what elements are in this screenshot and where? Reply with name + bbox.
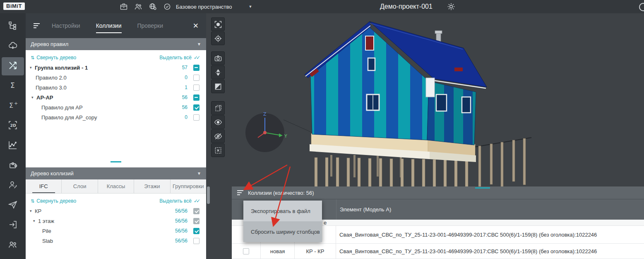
storage-box-icon[interactable]: [119, 2, 128, 11]
expander-icon[interactable]: ▾: [30, 209, 35, 213]
sidebar-item-models[interactable]: [2, 37, 24, 56]
checkbox[interactable]: [193, 228, 199, 234]
panel-resize-handle[interactable]: [111, 161, 121, 162]
screenshot-button[interactable]: [211, 51, 225, 65]
sidebar-item-model-tree[interactable]: [2, 17, 24, 36]
tab-ifc[interactable]: IFC: [26, 179, 61, 193]
checkbox[interactable]: [193, 238, 199, 244]
element-cell: Свая_Винтовая_СВС_по_ТУ_25-11-23-001-469…: [336, 232, 644, 238]
table-row[interactable]: новая КР - КР Свая_Винтовая_СВС_по_ТУ_25…: [232, 244, 644, 259]
sigma-icon: Σ: [8, 80, 18, 92]
paper-plane-icon: [8, 200, 18, 211]
sigma-plus-icon: Σ+: [8, 100, 18, 112]
panel-menu-icon[interactable]: [33, 23, 40, 29]
3d-viewport[interactable]: Z Y: [206, 13, 644, 259]
bottom-panel-resize-handle[interactable]: [475, 187, 490, 189]
checkbox[interactable]: [193, 218, 199, 224]
select-all-link[interactable]: Выделить всё ✓✓: [159, 55, 200, 61]
workspace-dropdown[interactable]: Базовое пространство ▼: [176, 0, 252, 13]
checkbox[interactable]: [193, 104, 199, 111]
sidebar-item-sigma[interactable]: Σ: [2, 77, 24, 95]
globe-icon[interactable]: [148, 2, 157, 11]
node-label: Pile: [42, 228, 51, 234]
tree-row[interactable]: Pile 56/56: [26, 226, 206, 236]
collisions-table-header: Коллизии (количество: 56): [232, 186, 644, 199]
nav-gizmo[interactable]: Z Y: [245, 111, 287, 152]
team-icon[interactable]: [134, 2, 143, 11]
checkbox[interactable]: [193, 114, 199, 121]
models-cloud-icon: [8, 41, 18, 52]
check-circle-icon[interactable]: [163, 2, 172, 11]
section-title: Дерево коллизий: [31, 170, 74, 177]
close-icon[interactable]: ✕: [193, 22, 199, 29]
expander-icon[interactable]: ▾: [33, 219, 38, 223]
tree-row[interactable]: Правило 2.0 0: [26, 73, 206, 82]
checkbox[interactable]: [193, 65, 199, 71]
tree-row[interactable]: Slab 56/56: [26, 236, 206, 246]
column-header-element[interactable]: Элемент (Модель А): [336, 199, 644, 220]
tree-row[interactable]: Правило 3.0 1: [26, 82, 206, 92]
tab-collisions[interactable]: Коллизии: [96, 22, 122, 29]
zoom-fit-button[interactable]: [211, 17, 225, 31]
checkbox[interactable]: [193, 208, 199, 214]
collapse-label: Свернуть дерево: [36, 198, 76, 204]
collision-count: 56: [182, 94, 187, 100]
svg-text:Σ: Σ: [9, 102, 13, 109]
sidebar-item-2d[interactable]: 2D: [2, 117, 24, 135]
select-all-link[interactable]: Выделить всё ✓✓: [159, 198, 200, 204]
section-collisions-tree[interactable]: Дерево коллизий ▼: [26, 167, 206, 179]
checkbox[interactable]: [193, 85, 199, 91]
collapse-tree-link[interactable]: ⇅ Свернуть дерево: [31, 55, 76, 61]
show-button[interactable]: [211, 115, 225, 129]
sidebar-item-user-edit[interactable]: [2, 177, 24, 195]
collisions-tree: ▾ КР 56/56 ▾ 1 этаж 56/56 Pile 56/56: [26, 206, 206, 246]
menu-item-export-to-file[interactable]: Экспортировать в файл: [243, 201, 322, 221]
tab-settings[interactable]: Настройки: [52, 22, 80, 29]
panel-scrollbar[interactable]: [207, 186, 210, 204]
locate-button[interactable]: [211, 31, 225, 45]
settings-gear-icon[interactable]: [447, 2, 455, 12]
select-all-label: Выделить всё: [159, 55, 192, 61]
sidebar-item-export[interactable]: [2, 216, 24, 235]
edge-partial-icon[interactable]: [639, 3, 644, 11]
checkbox[interactable]: [193, 75, 199, 81]
sidebar-item-collisions[interactable]: [2, 57, 24, 75]
tree-row[interactable]: ▾ АР-АР 56: [26, 92, 206, 102]
sidebar-item-users[interactable]: [2, 236, 24, 254]
expander-icon[interactable]: ▾: [30, 65, 35, 70]
tree-row[interactable]: ▾ КР 56/56: [26, 206, 206, 216]
3d-model-house[interactable]: [284, 22, 531, 205]
sidebar-item-sigma-plus[interactable]: Σ+: [2, 97, 24, 115]
table-menu-icon[interactable]: [237, 190, 244, 196]
rule-label: Правило для АР: [41, 104, 83, 111]
expander-icon[interactable]: ▾: [31, 95, 36, 99]
user-edit-icon: [8, 180, 18, 191]
tab-floors[interactable]: Этажи: [134, 179, 170, 193]
tab-checks[interactable]: Проверки: [137, 22, 163, 29]
select-all-label: Выделить всё: [159, 198, 192, 204]
tab-groups[interactable]: Группировки: [170, 179, 206, 193]
clear-selection-button[interactable]: [211, 143, 225, 157]
section-flip-button[interactable]: [211, 65, 225, 79]
checkbox[interactable]: [193, 94, 199, 101]
tab-layers[interactable]: Слои: [61, 179, 97, 193]
row-checkbox[interactable]: [243, 248, 249, 254]
tree-row[interactable]: Правило для АР 56: [26, 102, 206, 112]
hide-button[interactable]: [211, 129, 225, 143]
collision-count: 57: [182, 65, 187, 70]
sidebar-item-send[interactable]: [2, 196, 24, 215]
tree-row[interactable]: ▾ 1 этаж 56/56: [26, 216, 206, 226]
chevron-down-icon: ▼: [197, 171, 201, 176]
project-title: Демо-проект-001: [380, 0, 433, 13]
menu-item-reset-column-width[interactable]: Сбросить ширину столбцов: [243, 221, 322, 242]
sidebar-item-plugins[interactable]: [2, 157, 24, 175]
collapse-tree-link[interactable]: ⇅ Свернуть дерево: [31, 198, 76, 204]
tree-row[interactable]: Правило для АР_copy 0: [26, 112, 206, 122]
clip-box-button[interactable]: [211, 80, 225, 93]
sidebar-item-graphs[interactable]: [2, 137, 24, 155]
chevron-down-icon: ▼: [249, 5, 252, 9]
tab-classes[interactable]: Классы: [98, 179, 134, 193]
tree-row[interactable]: ▾ Группа коллизий - 1 57: [26, 63, 206, 73]
selection-box-button[interactable]: [211, 101, 225, 115]
section-rules-tree[interactable]: Дерево правил ▼: [26, 38, 206, 50]
